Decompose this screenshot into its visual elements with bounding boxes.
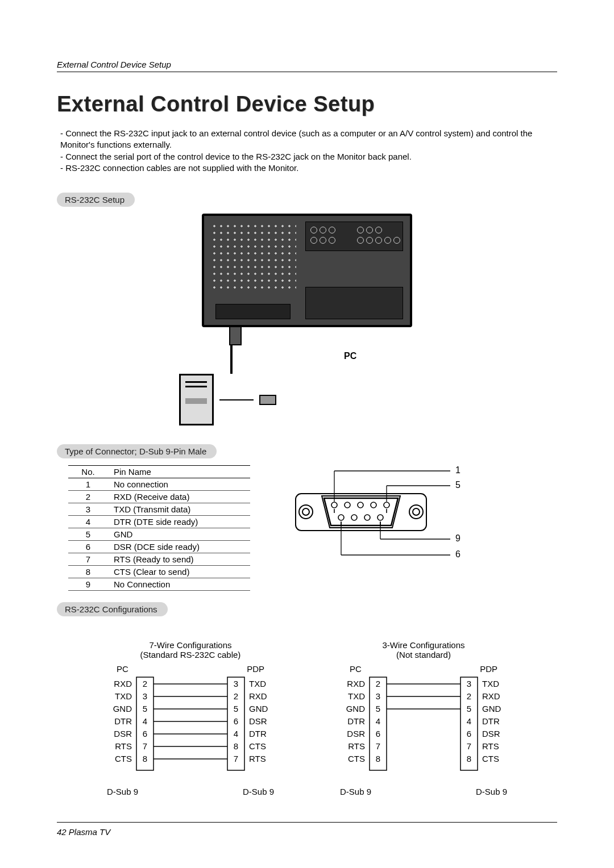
svg-text:RTS: RTS [348, 741, 365, 751]
svg-text:3: 3 [143, 691, 147, 701]
wiring-7wire-diagram: 7-Wire Configurations (Standard RS-232C … [97, 632, 284, 796]
pin-name: CTS (Clear to send) [108, 566, 250, 578]
serial-cable-icon [230, 345, 233, 374]
pin-th-name: Pin Name [108, 466, 250, 478]
db9-pin6-label: 6 [455, 549, 460, 560]
svg-text:RXD: RXD [347, 679, 365, 688]
svg-text:GND: GND [113, 704, 132, 713]
monitor-rear-icon [202, 214, 412, 327]
svg-text:RXD: RXD [482, 691, 500, 701]
svg-text:8: 8 [234, 741, 238, 751]
svg-text:DSR: DSR [114, 729, 132, 738]
io-panel-top-icon [305, 222, 403, 251]
setup-diagram: PC [202, 214, 412, 425]
svg-text:TXD: TXD [482, 679, 499, 688]
pin-name: No connection [108, 478, 250, 491]
svg-text:3: 3 [376, 691, 380, 701]
pin-no: 1 [68, 478, 108, 491]
table-row: 1No connection [68, 478, 250, 491]
pin-name: TXD (Transmit data) [108, 503, 250, 516]
db9-connector-diagram: 1 5 9 6 [284, 460, 460, 570]
svg-text:RXD: RXD [114, 679, 132, 688]
svg-text:DTR: DTR [114, 716, 132, 726]
svg-text:TXD: TXD [249, 679, 266, 688]
pin-name: No Connection [108, 578, 250, 591]
pin-no: 3 [68, 503, 108, 516]
svg-text:TXD: TXD [115, 691, 132, 701]
table-row: 3TXD (Transmit data) [68, 503, 250, 516]
wiring-subtitle: (Standard RS-232C cable) [97, 650, 284, 660]
svg-text:8: 8 [143, 754, 147, 763]
table-row: 9No Connection [68, 578, 250, 591]
svg-text:CTS: CTS [348, 754, 365, 763]
svg-text:DTR: DTR [249, 729, 267, 738]
section-pill-config: RS-232C Configurations [57, 602, 168, 616]
svg-text:5: 5 [467, 704, 471, 713]
svg-point-6 [345, 502, 350, 508]
svg-point-4 [413, 508, 420, 515]
svg-text:CTS: CTS [482, 754, 499, 763]
svg-text:4: 4 [376, 716, 380, 726]
svg-text:DTR: DTR [347, 716, 365, 726]
svg-text:GND: GND [482, 704, 501, 713]
svg-text:7: 7 [234, 754, 238, 763]
pin-th-no: No. [68, 466, 108, 478]
svg-text:TXD: TXD [348, 691, 365, 701]
pin-no: 8 [68, 566, 108, 578]
svg-text:2: 2 [376, 679, 380, 688]
svg-text:RTS: RTS [249, 754, 266, 763]
svg-text:8: 8 [467, 754, 471, 763]
pin-name: DSR (DCE side ready) [108, 541, 250, 553]
pc-cable-icon [219, 399, 254, 400]
header-rule [57, 72, 557, 72]
svg-text:2: 2 [467, 691, 471, 701]
svg-text:GND: GND [249, 704, 268, 713]
wiring-hdr-left: PC [117, 664, 128, 674]
svg-point-8 [371, 502, 376, 508]
svg-text:5: 5 [376, 704, 380, 713]
pin-name: RTS (Ready to send) [108, 553, 250, 566]
bullet: RS-232C connection cables are not suppli… [60, 162, 557, 174]
pc-tower-icon [179, 374, 214, 425]
dsub-label: D-Sub 9 [243, 787, 274, 796]
pin-no: 5 [68, 528, 108, 541]
svg-text:7: 7 [467, 741, 471, 751]
svg-text:RXD: RXD [249, 691, 267, 701]
svg-text:5: 5 [143, 704, 147, 713]
pc-label: PC [344, 351, 356, 361]
svg-point-12 [364, 515, 370, 520]
svg-text:7: 7 [143, 741, 147, 751]
svg-point-11 [351, 515, 357, 520]
wiring-hdr-right: PDP [247, 664, 264, 674]
svg-point-7 [358, 502, 363, 508]
footer-rule [57, 822, 557, 823]
svg-text:3: 3 [467, 679, 471, 688]
bullet: Connect the RS-232C input jack to an ext… [60, 128, 557, 151]
svg-text:6: 6 [234, 716, 238, 726]
pin-no: 4 [68, 516, 108, 528]
svg-text:DSR: DSR [347, 729, 365, 738]
pc-plug-icon [259, 395, 276, 405]
db9-pin5-label: 5 [455, 480, 460, 490]
svg-text:4: 4 [143, 716, 147, 726]
svg-text:7: 7 [376, 741, 380, 751]
svg-text:RTS: RTS [482, 741, 499, 751]
svg-point-13 [377, 515, 383, 520]
serial-plug-icon [229, 326, 242, 345]
svg-point-9 [384, 502, 389, 508]
page-title: External Control Device Setup [57, 92, 557, 116]
svg-point-10 [338, 515, 344, 520]
dsub-label: D-Sub 9 [340, 787, 371, 796]
section-pill-connector: Type of Connector; D-Sub 9-Pin Male [57, 444, 217, 458]
speaker-grille-icon [211, 223, 296, 291]
svg-text:CTS: CTS [249, 741, 266, 751]
svg-text:DTR: DTR [482, 716, 500, 726]
svg-text:DSR: DSR [249, 716, 267, 726]
table-row: 4DTR (DTE side ready) [68, 516, 250, 528]
svg-point-3 [409, 505, 423, 519]
db9-pin9-label: 9 [455, 533, 460, 544]
table-row: 5GND [68, 528, 250, 541]
table-row: 2RXD (Receive data) [68, 491, 250, 503]
table-row: 8CTS (Clear to send) [68, 566, 250, 578]
svg-text:6: 6 [376, 729, 380, 738]
